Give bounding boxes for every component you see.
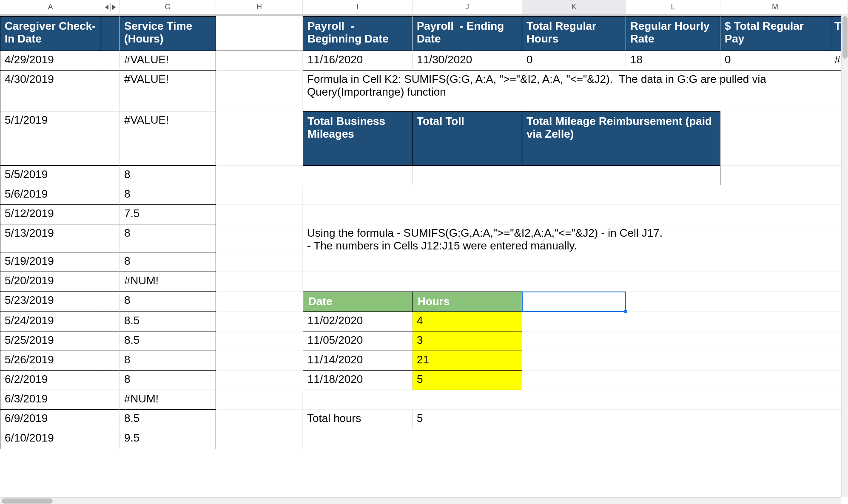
cell-M4N4[interactable] xyxy=(720,111,848,166)
cell-M2[interactable]: 0 xyxy=(720,51,830,71)
horizontal-scroll-thumb[interactable] xyxy=(2,498,53,504)
cell-H10[interactable] xyxy=(216,272,303,292)
column-header-I[interactable]: I xyxy=(303,0,413,14)
cell-G13[interactable]: 8.5 xyxy=(120,331,216,351)
cell-A6[interactable]: 5/6/2019 xyxy=(0,185,101,205)
cell-gap-7[interactable] xyxy=(101,205,120,224)
cell-J12[interactable]: 4 xyxy=(413,312,522,331)
cell-gap-17[interactable] xyxy=(101,410,120,429)
cell-J17-total-value[interactable]: 5 xyxy=(413,410,522,429)
cell-gap-2[interactable] xyxy=(101,51,120,71)
grid-body[interactable]: Caregiver Check-In Date Service Time (Ho… xyxy=(0,14,848,449)
cell-H15[interactable] xyxy=(216,371,303,390)
cell-gap-16[interactable] xyxy=(101,390,120,410)
cell-G12[interactable]: 8.5 xyxy=(120,312,216,331)
cell-A5[interactable]: 5/5/2019 xyxy=(0,166,101,185)
cell-A12[interactable]: 5/24/2019 xyxy=(0,312,101,331)
cell-gap-3[interactable] xyxy=(101,71,120,111)
cell-A17[interactable]: 6/9/2019 xyxy=(0,410,101,429)
cell-H2[interactable] xyxy=(216,51,303,71)
cell-A16[interactable]: 6/3/2019 xyxy=(0,390,101,410)
cell-A2[interactable]: 4/29/2019 xyxy=(0,51,101,71)
cell-gap-12[interactable] xyxy=(101,312,120,331)
cell-gap-11[interactable] xyxy=(101,292,120,312)
cell-G5[interactable]: 8 xyxy=(120,166,216,185)
cell-H16[interactable] xyxy=(216,390,303,410)
cell-gap-18[interactable] xyxy=(101,429,120,449)
cell-G6[interactable]: 8 xyxy=(120,185,216,205)
cell-A9[interactable]: 5/19/2019 xyxy=(0,252,101,272)
cell-right-16[interactable] xyxy=(303,390,848,410)
cell-K2[interactable]: 0 xyxy=(522,51,626,71)
column-header-H[interactable]: H xyxy=(216,0,303,14)
cell-I15[interactable]: 11/18/2020 xyxy=(303,371,413,390)
cell-I14[interactable]: 11/14/2020 xyxy=(303,351,413,371)
cell-right-11[interactable] xyxy=(626,292,848,312)
cell-H8[interactable] xyxy=(216,224,303,252)
cell-J2[interactable]: 11/30/2020 xyxy=(413,51,522,71)
hidden-columns-toggle[interactable] xyxy=(101,0,120,14)
cell-A14[interactable]: 5/26/2019 xyxy=(0,351,101,371)
formula-note-1[interactable]: Formula in Cell K2: SUMIFS(G:G, A:A, ">=… xyxy=(303,71,848,111)
cell-right-9[interactable] xyxy=(303,252,848,272)
cell-right-12[interactable] xyxy=(522,312,848,331)
cell-H5[interactable] xyxy=(216,166,303,185)
cell-G3[interactable]: #VALUE! xyxy=(120,71,216,111)
cell-right-13[interactable] xyxy=(522,331,848,351)
cell-H4[interactable] xyxy=(216,111,303,166)
column-header-N[interactable] xyxy=(830,0,848,14)
cell-H18[interactable] xyxy=(216,429,303,449)
cell-A3[interactable]: 4/30/2019 xyxy=(0,71,101,111)
cell-A18[interactable]: 6/10/2019 xyxy=(0,429,101,449)
cell-G10[interactable]: #NUM! xyxy=(120,272,216,292)
cell-G18[interactable]: 9.5 xyxy=(120,429,216,449)
vertical-scroll-thumb[interactable] xyxy=(842,16,848,59)
column-header-J[interactable]: J xyxy=(413,0,522,14)
cell-right-15[interactable] xyxy=(522,371,848,390)
cell-J5[interactable] xyxy=(413,166,522,185)
cell-gap-14[interactable] xyxy=(101,351,120,371)
cell-right-14[interactable] xyxy=(522,351,848,371)
cell-gap-10[interactable] xyxy=(101,272,120,292)
cell-H6[interactable] xyxy=(216,185,303,205)
cell-M5N5[interactable] xyxy=(720,166,848,185)
cell-H14[interactable] xyxy=(216,351,303,371)
column-header-M[interactable]: M xyxy=(720,0,830,14)
cell-G11[interactable]: 8 xyxy=(120,292,216,312)
cell-H13[interactable] xyxy=(216,331,303,351)
cell-H3[interactable] xyxy=(216,71,303,111)
cell-gap-4[interactable] xyxy=(101,111,120,166)
cell-G17[interactable]: 8.5 xyxy=(120,410,216,429)
cell-A4[interactable]: 5/1/2019 xyxy=(0,111,101,166)
cell-I13[interactable]: 11/05/2020 xyxy=(303,331,413,351)
cell-I17-total-label[interactable]: Total hours xyxy=(303,410,413,429)
cell-G14[interactable]: 8 xyxy=(120,351,216,371)
cell-A10[interactable]: 5/20/2019 xyxy=(0,272,101,292)
cell-right-18[interactable] xyxy=(303,429,848,449)
cell-K5L5[interactable] xyxy=(522,166,720,185)
cell-H1[interactable] xyxy=(216,16,303,51)
cell-H12[interactable] xyxy=(216,312,303,331)
cell-H17[interactable] xyxy=(216,410,303,429)
cell-H9[interactable] xyxy=(216,252,303,272)
cell-right-17[interactable] xyxy=(522,410,848,429)
cell-A7[interactable]: 5/12/2019 xyxy=(0,205,101,224)
cell-G15[interactable]: 8 xyxy=(120,371,216,390)
cell-A15[interactable]: 6/2/2019 xyxy=(0,371,101,390)
cell-G8[interactable]: 8 xyxy=(120,224,216,252)
cell-J15[interactable]: 5 xyxy=(413,371,522,390)
cell-H11[interactable] xyxy=(216,292,303,312)
cell-gap-15[interactable] xyxy=(101,371,120,390)
column-header-G[interactable]: G xyxy=(120,0,216,14)
column-header-K[interactable]: K xyxy=(522,0,626,14)
cell-G2[interactable]: #VALUE! xyxy=(120,51,216,71)
cell-I5[interactable] xyxy=(303,166,413,185)
cell-gap-8[interactable] xyxy=(101,224,120,252)
cell-gap-6[interactable] xyxy=(101,185,120,205)
cell-gap-9[interactable] xyxy=(101,252,120,272)
cell-G9[interactable]: 8 xyxy=(120,252,216,272)
cell-A11[interactable]: 5/23/2019 xyxy=(0,292,101,312)
cell-right-7[interactable] xyxy=(303,205,848,224)
cell-H7[interactable] xyxy=(216,205,303,224)
cell-right-10[interactable] xyxy=(303,272,848,292)
